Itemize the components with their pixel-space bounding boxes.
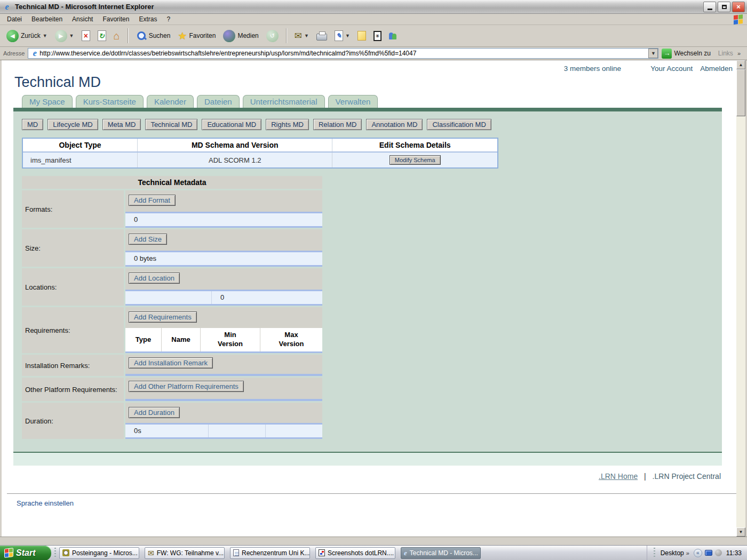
technical-md-button[interactable]: Technical MD [145, 119, 197, 130]
print-button[interactable] [314, 30, 329, 42]
messenger-button[interactable] [387, 31, 399, 41]
requirements-label: Requirements: [22, 307, 124, 353]
technical-metadata-table: Technical Metadata Formats: Add Format 0… [22, 176, 322, 439]
desktop-toolbar-label[interactable]: Desktop [661, 549, 684, 557]
menu-extras[interactable]: Extras [134, 14, 162, 24]
classification-md-button[interactable]: Classification MD [427, 119, 491, 130]
screenshot-icon [319, 549, 325, 556]
footer-separator: | [644, 472, 646, 481]
forward-button[interactable]: ▶ ▼ [53, 29, 76, 43]
installation-remarks-cell: Add Installation Remark [125, 355, 322, 376]
add-size-button[interactable]: Add Size [129, 234, 167, 245]
tab-dateien[interactable]: Dateien [197, 95, 240, 108]
tab-kalender[interactable]: Kalender [147, 95, 194, 108]
tab-kurs-startseite[interactable]: Kurs-Startseite [76, 95, 144, 108]
minimize-button[interactable] [703, 2, 716, 12]
language-link[interactable]: Sprache einstellen [17, 499, 745, 507]
lrn-home-link[interactable]: .LRN Home [599, 472, 638, 481]
status-tray-icon[interactable] [715, 549, 722, 556]
size-cell: Add Size 0 bytes [125, 229, 322, 267]
address-dropdown-icon[interactable]: ▼ [648, 49, 658, 58]
req-col-type: Type [125, 328, 161, 351]
sizer-button[interactable]: ✳ [371, 30, 384, 42]
rights-md-button[interactable]: Rights MD [266, 119, 309, 130]
schema-table-row: ims_manifest ADL SCORM 1.2 Modify Schema [23, 153, 497, 167]
menu-bar: Datei Bearbeiten Ansicht Favoriten Extra… [0, 14, 747, 25]
formats-value: 0 [125, 213, 322, 226]
task-rechenzentrum[interactable]: Rechenzentrum Uni K... [230, 547, 310, 559]
history-button[interactable]: ↺ [264, 29, 281, 43]
menu-favoriten[interactable]: Favoriten [98, 14, 134, 24]
taskbar-clock[interactable]: 11:33 [726, 549, 747, 557]
schema-table: Object Type MD Schema and Version Edit S… [22, 138, 498, 169]
media-button[interactable]: Medien [221, 29, 260, 43]
links-chevron-icon[interactable]: » [737, 50, 741, 57]
forward-dropdown-icon[interactable]: ▼ [69, 33, 74, 38]
start-button[interactable]: Start [0, 546, 51, 560]
restore-button[interactable] [718, 2, 730, 12]
favorites-label: Favoriten [189, 32, 216, 39]
other-platform-label: Other Platform Requirements: [22, 378, 124, 401]
stop-button[interactable]: × [80, 29, 92, 42]
mail-dropdown-icon[interactable]: ▼ [304, 33, 309, 38]
formats-label: Formats: [22, 190, 124, 228]
go-button[interactable]: → Wechseln zu [662, 49, 710, 59]
your-account-link[interactable]: Your Account [650, 65, 693, 73]
task-posteingang[interactable]: Posteingang - Micros... [59, 547, 139, 559]
ie-icon: e [2, 2, 12, 12]
modify-schema-button[interactable]: Modify Schema [390, 155, 441, 165]
educational-md-button[interactable]: Educational MD [202, 119, 261, 130]
add-location-button[interactable]: Add Location [129, 273, 180, 284]
add-requirements-button[interactable]: Add Requirements [129, 311, 197, 323]
refresh-button[interactable]: ↻ [96, 29, 108, 42]
logout-link[interactable]: Abmelden [700, 65, 733, 73]
meta-md-button[interactable]: Meta MD [102, 119, 141, 130]
mail-button[interactable]: ✉ ▼ [292, 30, 311, 42]
tab-unterrichtsmaterial[interactable]: Unterrichtsmaterial [243, 95, 325, 108]
task-technical-md-active[interactable]: e Technical MD - Micros... [401, 547, 481, 559]
duration-value: 0s [125, 425, 208, 437]
task-fw-mail[interactable]: ✉ FW: WG: Teilnahme v... [145, 547, 225, 559]
scrollbar-thumb[interactable] [736, 69, 745, 116]
back-button[interactable]: ◀ Zurück ▼ [4, 29, 50, 43]
md-button[interactable]: MD [22, 119, 43, 130]
menu-bearbeiten[interactable]: Bearbeiten [27, 14, 67, 24]
scroll-down-icon[interactable]: ▼ [736, 527, 745, 537]
lrn-project-central-link[interactable]: .LRN Project Central [653, 472, 721, 481]
links-label[interactable]: Links [718, 50, 733, 57]
toolbar-separator [286, 28, 287, 43]
taskbar: Start Posteingang - Micros... ✉ FW: WG: … [0, 545, 747, 560]
home-button[interactable]: ⌂ [112, 29, 122, 42]
duration-cell: Add Duration 0s [125, 403, 322, 439]
relation-md-button[interactable]: Relation MD [313, 119, 362, 130]
address-url[interactable]: http://www.theservice.de/dotlrn/classes/… [39, 50, 648, 57]
menu-hilfe[interactable]: ? [162, 14, 175, 24]
edit-button[interactable]: ✎ ▼ [332, 29, 352, 42]
task-screenshots[interactable]: Screenshots dotLRN.... [315, 547, 395, 559]
req-col-max-version: Max Version [260, 328, 322, 351]
tab-my-space[interactable]: My Space [22, 95, 73, 108]
back-dropdown-icon[interactable]: ▼ [43, 33, 47, 38]
ie-toolbar: ◀ Zurück ▼ ▶ ▼ × ↻ ⌂ Suchen ★ Favoriten … [0, 25, 747, 47]
search-button[interactable]: Suchen [134, 29, 173, 42]
menu-ansicht[interactable]: Ansicht [67, 14, 98, 24]
menu-datei[interactable]: Datei [2, 14, 27, 24]
favorites-button[interactable]: ★ Favoriten [176, 30, 218, 42]
scroll-up-icon[interactable]: ▲ [736, 60, 745, 69]
add-duration-button[interactable]: Add Duration [129, 407, 180, 418]
add-other-platform-button[interactable]: Add Other Platform Requirements [129, 381, 244, 392]
tab-verwalten[interactable]: Verwalten [328, 95, 378, 108]
tray-chevron-icon[interactable]: » [686, 550, 689, 556]
close-button[interactable]: × [732, 2, 745, 12]
vertical-scrollbar[interactable]: ▲ ▼ [736, 60, 745, 537]
add-format-button[interactable]: Add Format [129, 195, 176, 206]
notes-button[interactable] [355, 30, 368, 42]
lifecycle-md-button[interactable]: Lifecycle MD [47, 119, 98, 130]
annotation-md-button[interactable]: Annotation MD [366, 119, 423, 130]
network-tray-icon[interactable] [705, 550, 712, 556]
system-tray: Desktop » « 11:33 [647, 546, 747, 560]
add-installation-remark-button[interactable]: Add Installation Remark [129, 357, 213, 369]
edit-dropdown-icon[interactable]: ▼ [345, 33, 350, 38]
address-input[interactable]: e http://www.theservice.de/dotlrn/classe… [28, 48, 658, 59]
hide-icons-button[interactable]: « [694, 549, 702, 557]
